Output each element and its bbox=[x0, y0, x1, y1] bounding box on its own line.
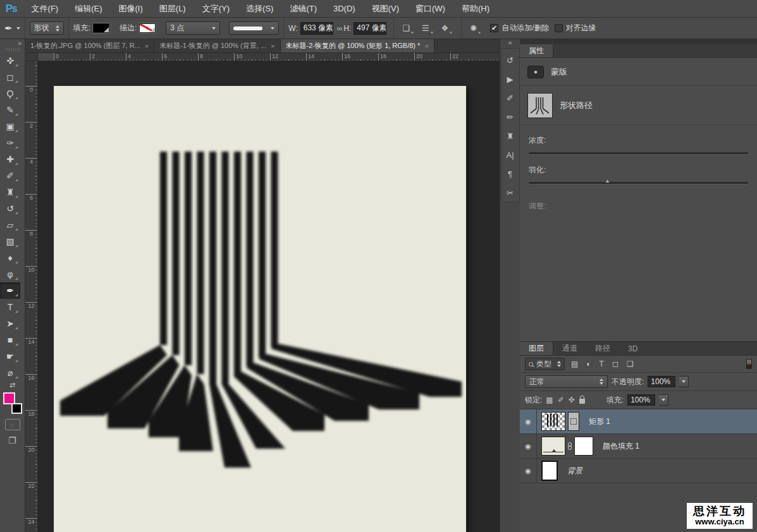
screen-mode-button[interactable]: ❐ bbox=[8, 435, 16, 445]
lock-all-icon[interactable] bbox=[579, 399, 585, 404]
menu-item[interactable]: 视图(V) bbox=[364, 0, 407, 17]
menu-item[interactable]: 文字(Y) bbox=[194, 0, 238, 17]
stroke-swatch[interactable] bbox=[139, 23, 156, 33]
layer-row-background[interactable]: ◉ 背景 bbox=[520, 459, 757, 483]
menu-item[interactable]: 滤镜(T) bbox=[281, 0, 325, 17]
lasso-tool[interactable]: Ϙ bbox=[0, 85, 20, 102]
filter-pixel-layers-icon[interactable]: ▤ bbox=[569, 360, 580, 368]
link-mask-icon[interactable] bbox=[568, 442, 572, 450]
document-tab[interactable]: 1-恢复的.JPG @ 100% (图层 7, R... × bbox=[25, 39, 154, 52]
fill-input[interactable]: 100% bbox=[627, 394, 655, 406]
lock-transparency-icon[interactable]: ▩ bbox=[546, 396, 553, 404]
width-input[interactable]: 633 像素 bbox=[300, 22, 333, 35]
tab-layers[interactable]: 图层 bbox=[520, 342, 553, 355]
opacity-dropdown-button[interactable] bbox=[679, 376, 689, 387]
pen-tool[interactable]: ✒ bbox=[0, 282, 20, 299]
rectangle-tool[interactable]: ■ bbox=[0, 332, 20, 348]
path-alignment-button[interactable]: ☰ bbox=[418, 22, 438, 34]
layer-row-rectangle-1[interactable]: ◉ 矩形 1 bbox=[520, 409, 757, 434]
menu-item[interactable]: 图层(L) bbox=[151, 0, 194, 17]
tool-mode-select[interactable]: 形状 bbox=[30, 21, 64, 35]
layer-thumbnail[interactable] bbox=[541, 412, 565, 431]
clone-stamp-tool[interactable]: ♜ bbox=[0, 184, 20, 200]
visibility-eye-icon[interactable]: ◉ bbox=[520, 459, 537, 483]
eyedropper-tool[interactable]: ✑ bbox=[0, 135, 20, 151]
close-icon[interactable]: × bbox=[424, 42, 428, 50]
visibility-eye-icon[interactable]: ◉ bbox=[520, 434, 537, 458]
align-edges-checkbox[interactable] bbox=[555, 24, 563, 32]
document-tab[interactable]: 未标题-2-恢复的 @ 100% (矩形 1, RGB/8) * × bbox=[281, 39, 434, 52]
paragraph-icon[interactable]: ¶ bbox=[502, 164, 519, 183]
tab-3d[interactable]: 3D bbox=[619, 342, 646, 355]
visibility-eye-icon[interactable]: ◉ bbox=[520, 409, 537, 433]
crop-tool[interactable]: ▣ bbox=[0, 118, 20, 135]
tool-preset-group[interactable]: ✒ bbox=[0, 18, 25, 39]
layer-name[interactable]: 背景 bbox=[567, 466, 582, 476]
vector-mask-thumbnail[interactable] bbox=[568, 412, 579, 431]
marquee-tool[interactable]: ◻ bbox=[0, 69, 20, 85]
fill-dropdown-button[interactable] bbox=[659, 394, 668, 406]
fill-swatch[interactable] bbox=[93, 23, 109, 33]
toolbar-grip[interactable] bbox=[6, 48, 20, 51]
menu-item[interactable]: 编辑(E) bbox=[66, 0, 110, 17]
slider-thumb[interactable]: ▲ bbox=[605, 178, 610, 184]
lock-paint-icon[interactable]: ✐ bbox=[558, 396, 564, 404]
tool-presets-icon[interactable]: ✂ bbox=[502, 183, 519, 202]
menu-item[interactable]: 图像(I) bbox=[111, 0, 151, 17]
brush-presets-icon[interactable]: ✏ bbox=[502, 107, 519, 126]
path-operations-button[interactable]: ❑ bbox=[398, 22, 418, 34]
height-input[interactable]: 497 像素 bbox=[354, 22, 386, 35]
stroke-width-select[interactable]: 3 点 bbox=[166, 21, 220, 35]
blur-tool[interactable]: ♦ bbox=[0, 250, 20, 266]
mask-row[interactable]: ● 蒙版 bbox=[520, 58, 757, 86]
blend-mode-select[interactable]: 正常 bbox=[525, 375, 608, 388]
quick-mask-button[interactable]: ◌ bbox=[5, 419, 20, 430]
history-brush-tool[interactable]: ↺ bbox=[0, 200, 20, 217]
layer-thumbnail[interactable] bbox=[541, 461, 558, 481]
menu-item[interactable]: 文件(F) bbox=[23, 0, 67, 17]
tab-channels[interactable]: 通道 bbox=[553, 342, 586, 355]
path-arrangement-button[interactable]: ❖ bbox=[438, 22, 457, 34]
document-tab[interactable]: 未标题-1-恢复的 @ 100% (背景, ... × bbox=[154, 39, 280, 52]
filter-shape-layers-icon[interactable]: ◻ bbox=[610, 360, 620, 368]
filter-smart-objects-icon[interactable]: ❏ bbox=[625, 360, 636, 368]
close-icon[interactable]: × bbox=[271, 42, 274, 50]
lock-move-icon[interactable]: ✜ bbox=[569, 396, 575, 404]
quick-selection-tool[interactable]: ✎ bbox=[0, 102, 20, 118]
layer-name[interactable]: 矩形 1 bbox=[589, 416, 610, 427]
layer-mask-thumbnail[interactable] bbox=[574, 437, 593, 456]
zoom-tool[interactable]: ⌀ bbox=[0, 365, 20, 381]
layer-name[interactable]: 颜色填充 1 bbox=[603, 441, 639, 452]
hand-tool[interactable]: ☛ bbox=[0, 348, 20, 365]
swap-colors-icon[interactable]: ⇄ bbox=[9, 381, 15, 391]
menu-item[interactable]: 窗口(W) bbox=[407, 0, 453, 17]
close-icon[interactable]: × bbox=[145, 42, 149, 50]
filter-type-layers-icon[interactable]: T bbox=[598, 360, 606, 368]
layer-thumbnail[interactable] bbox=[541, 437, 565, 456]
spot-healing-tool[interactable]: ✚ bbox=[0, 151, 20, 167]
shape-path-row[interactable]: 形状路径 bbox=[520, 86, 757, 125]
actions-icon[interactable]: ▶ bbox=[502, 70, 519, 88]
clone-source-icon[interactable]: ♜ bbox=[502, 126, 519, 145]
eraser-tool[interactable]: ▱ bbox=[0, 217, 20, 233]
auto-add-delete-checkbox[interactable]: ✔ bbox=[490, 24, 498, 32]
history-icon[interactable]: ↺ bbox=[502, 51, 519, 70]
opacity-input[interactable]: 100% bbox=[648, 376, 675, 387]
brush-tool[interactable]: ✐ bbox=[0, 167, 20, 184]
link-dimensions-icon[interactable]: ∞ bbox=[337, 24, 343, 33]
brush-panel-icon[interactable]: ✐ bbox=[502, 88, 519, 107]
gradient-tool[interactable]: ▧ bbox=[0, 233, 20, 250]
stroke-style-select[interactable] bbox=[229, 21, 279, 35]
background-color-swatch[interactable] bbox=[11, 403, 22, 414]
filter-kind-select[interactable]: 类型 bbox=[525, 358, 565, 370]
menu-item[interactable]: 选择(S) bbox=[238, 0, 281, 17]
layer-row-color-fill-1[interactable]: ◉ 颜色填充 1 bbox=[520, 434, 757, 459]
ruler-corner[interactable] bbox=[25, 53, 38, 61]
filter-toggle-switch[interactable] bbox=[746, 359, 752, 369]
filter-adjustment-layers-icon[interactable]: ◐ bbox=[584, 360, 593, 368]
move-tool[interactable]: ✜ bbox=[0, 52, 20, 69]
menu-item[interactable]: 帮助(H) bbox=[453, 0, 498, 17]
canvas-document[interactable] bbox=[54, 86, 466, 532]
vertical-ruler[interactable]: 024681012141618202224 bbox=[25, 61, 38, 532]
expand-panels-button[interactable]: « bbox=[500, 39, 520, 48]
